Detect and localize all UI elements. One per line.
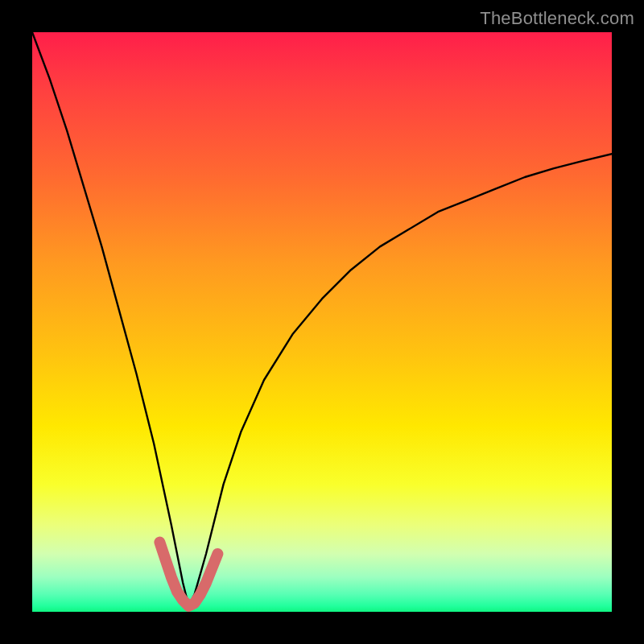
- chart-svg: [32, 32, 612, 612]
- bottleneck-curve: [32, 32, 612, 606]
- highlight-near-minimum: [159, 543, 217, 606]
- watermark-text: TheBottleneck.com: [480, 8, 634, 29]
- plot-area: [32, 32, 612, 612]
